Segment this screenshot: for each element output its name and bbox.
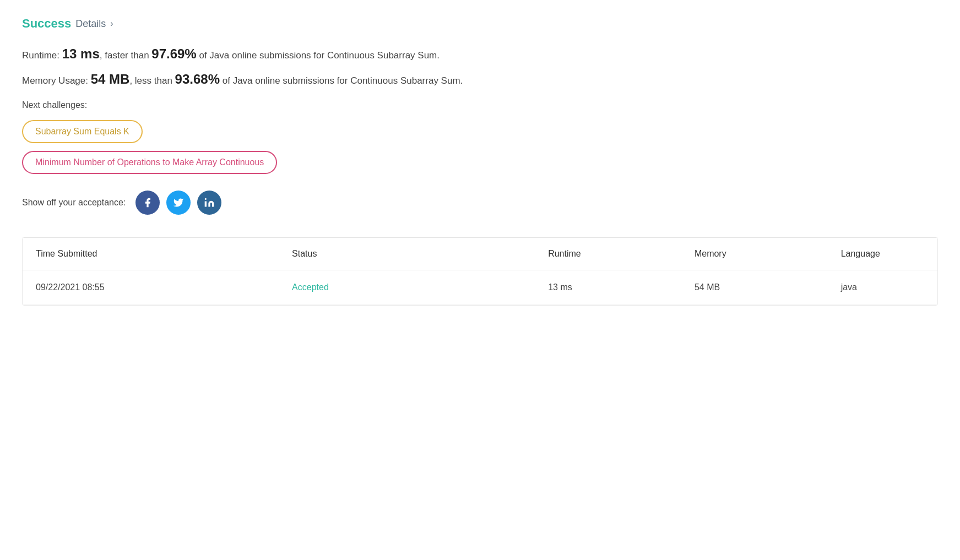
cell-time-submitted: 09/22/2021 08:55 bbox=[23, 270, 279, 305]
next-challenges-label: Next challenges: bbox=[22, 100, 938, 110]
challenge-badge-pink[interactable]: Minimum Number of Operations to Make Arr… bbox=[22, 151, 277, 174]
submissions-table: Time Submitted Status Runtime Memory Lan… bbox=[23, 238, 937, 305]
chevron-right-icon: › bbox=[110, 19, 113, 29]
runtime-percent: 97.69% bbox=[151, 46, 196, 61]
col-header-status: Status bbox=[279, 238, 535, 270]
social-icons bbox=[135, 191, 221, 215]
runtime-value: 13 ms bbox=[62, 46, 100, 61]
cell-memory: 54 MB bbox=[681, 270, 828, 305]
memory-value: 54 MB bbox=[91, 72, 130, 86]
challenges-list: Subarray Sum Equals K Minimum Number of … bbox=[22, 120, 938, 174]
cell-language: java bbox=[828, 270, 937, 305]
memory-label: Memory Usage: bbox=[22, 75, 91, 86]
stats-section: Runtime: 13 ms, faster than 97.69% of Ja… bbox=[22, 46, 938, 87]
col-header-memory: Memory bbox=[681, 238, 828, 270]
facebook-icon[interactable] bbox=[135, 191, 160, 215]
runtime-suffix: of Java online submissions for Continuou… bbox=[197, 50, 440, 61]
breadcrumb-details[interactable]: Details bbox=[75, 18, 106, 30]
table-row[interactable]: 09/22/2021 08:55 Accepted 13 ms 54 MB ja… bbox=[23, 270, 937, 305]
runtime-stat: Runtime: 13 ms, faster than 97.69% of Ja… bbox=[22, 46, 938, 62]
memory-suffix: of Java online submissions for Continuou… bbox=[220, 75, 463, 86]
runtime-separator: , faster than bbox=[100, 50, 152, 61]
svg-rect-0 bbox=[205, 202, 207, 207]
cell-status: Accepted bbox=[279, 270, 535, 305]
table-header-row: Time Submitted Status Runtime Memory Lan… bbox=[23, 238, 937, 270]
challenge-badge-yellow[interactable]: Subarray Sum Equals K bbox=[22, 120, 143, 143]
runtime-label: Runtime: bbox=[22, 50, 62, 61]
breadcrumb-success[interactable]: Success bbox=[22, 17, 71, 31]
linkedin-icon[interactable] bbox=[197, 191, 221, 215]
social-label: Show off your acceptance: bbox=[22, 198, 126, 208]
submissions-table-wrapper: Time Submitted Status Runtime Memory Lan… bbox=[22, 237, 938, 306]
memory-stat: Memory Usage: 54 MB, less than 93.68% of… bbox=[22, 72, 938, 87]
memory-percent: 93.68% bbox=[175, 72, 220, 86]
social-section: Show off your acceptance: bbox=[22, 191, 938, 215]
table-header: Time Submitted Status Runtime Memory Lan… bbox=[23, 238, 937, 270]
col-header-language: Language bbox=[828, 238, 937, 270]
twitter-icon[interactable] bbox=[166, 191, 191, 215]
memory-separator: , less than bbox=[129, 75, 175, 86]
breadcrumb: Success Details › bbox=[22, 17, 938, 31]
col-header-runtime: Runtime bbox=[535, 238, 681, 270]
table-body: 09/22/2021 08:55 Accepted 13 ms 54 MB ja… bbox=[23, 270, 937, 305]
col-header-time-submitted: Time Submitted bbox=[23, 238, 279, 270]
cell-runtime: 13 ms bbox=[535, 270, 681, 305]
svg-point-1 bbox=[205, 198, 207, 200]
